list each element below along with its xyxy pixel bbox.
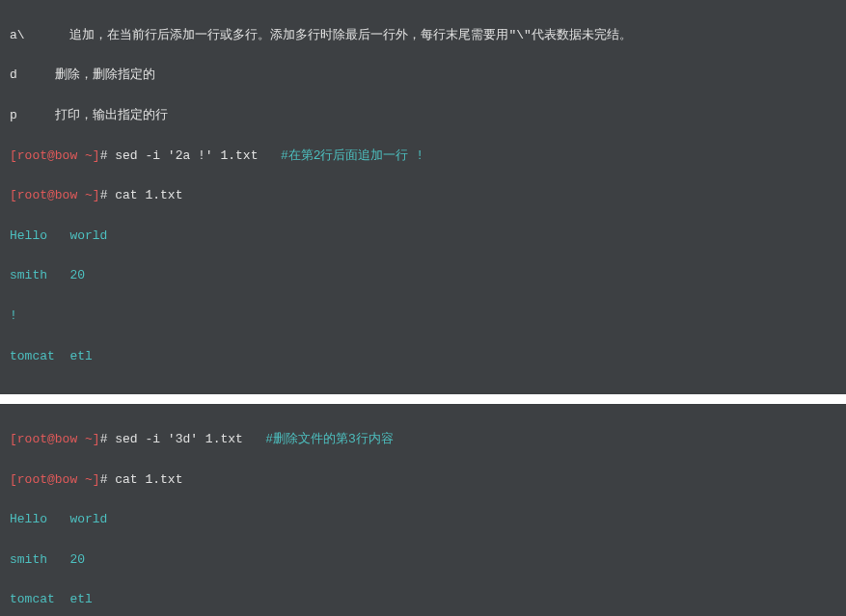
text: Hello world — [10, 512, 107, 526]
output-line: tomcat etl — [10, 590, 836, 610]
text: \ — [516, 28, 524, 42]
line: [root@bow ~]# cat 1.txt — [10, 470, 836, 491]
text: 打印，输出指定的行 — [17, 108, 168, 122]
output-line: smith 20 — [10, 266, 836, 286]
prompt: [root@bow ~] — [10, 472, 100, 487]
line: [root@bow ~]# sed -i '2a !' 1.txt #在第2行后… — [10, 147, 836, 167]
hash: # — [100, 148, 116, 163]
comment-inline: #在第2行后面追加一行 ! — [281, 148, 423, 163]
output-line: tomcat etl — [10, 347, 836, 367]
prompt: [root@bow ~] — [10, 148, 100, 163]
text: ! — [10, 308, 17, 323]
hash: # — [100, 432, 116, 446]
text: smith 20 — [10, 552, 85, 567]
command: cat 1.txt — [115, 472, 182, 487]
hash: # — [100, 188, 116, 202]
line: p 打印，输出指定的行 — [10, 106, 836, 126]
terminal-block-1: a\ 追加，在当前行后添加一行或多行。添加多行时除最后一行外，每行末尾需要用"\… — [0, 0, 846, 394]
hash: # — [100, 472, 116, 487]
text: 删除，删除指定的 — [17, 67, 155, 82]
line: [root@bow ~]# cat 1.txt — [10, 186, 836, 206]
command: sed -i '3d' 1.txt — [115, 432, 265, 446]
comment-inline: #删除文件的第3行内容 — [265, 432, 394, 446]
text: tomcat etl — [10, 592, 93, 606]
line: [root@bow ~]# sed -i '3d' 1.txt #删除文件的第3… — [10, 430, 836, 450]
command: cat 1.txt — [115, 188, 182, 202]
output-line: Hello world — [10, 510, 836, 530]
output-line: ! — [10, 307, 836, 327]
text: tomcat etl — [10, 349, 93, 363]
output-line: Hello world — [10, 227, 836, 247]
output-line: smith 20 — [10, 550, 836, 571]
command: sed -i '2a !' 1.txt — [115, 148, 281, 163]
prompt: [root@bow ~] — [10, 188, 100, 202]
text: p — [10, 108, 17, 122]
text: Hello world — [10, 228, 107, 243]
text: d — [10, 67, 17, 82]
line: a\ 追加，在当前行后添加一行或多行。添加多行时除最后一行外，每行末尾需要用"\… — [10, 26, 836, 46]
text: smith 20 — [10, 268, 85, 282]
prompt: [root@bow ~] — [10, 432, 100, 446]
text: 追加，在当前行后添加一行或多行。添加多行时除最后一行外，每行末尾需要用" — [25, 28, 517, 42]
terminal-block-2: [root@bow ~]# sed -i '3d' 1.txt #删除文件的第3… — [0, 404, 846, 616]
text: a\ — [10, 28, 25, 42]
text: "代表数据未完结。 — [524, 28, 632, 42]
line: d 删除，删除指定的 — [10, 66, 836, 86]
